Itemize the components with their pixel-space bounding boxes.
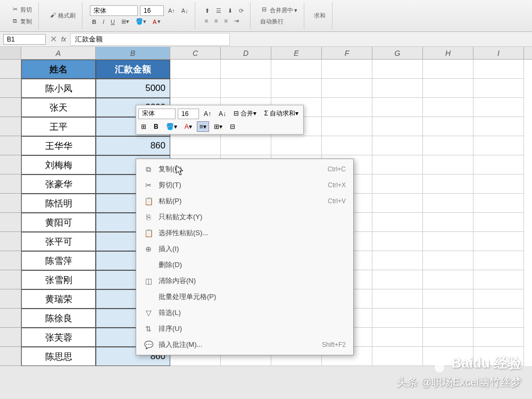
align-bottom-button[interactable]: ⬇ (226, 6, 235, 15)
cell-name[interactable]: 王平 (21, 117, 96, 136)
mini-size-select[interactable] (178, 109, 199, 119)
cell-name[interactable]: 陈恬明 (21, 194, 96, 213)
cell-name[interactable]: 刘梅梅 (21, 155, 96, 174)
menu-delete[interactable]: 删除(D) (136, 257, 353, 273)
mini-align-button[interactable]: ≡▾ (197, 121, 209, 132)
menu-paste[interactable]: 📋 粘贴(P) Ctrl+V (136, 193, 353, 209)
mini-fontcolor-button[interactable]: A▾ (182, 121, 195, 132)
menu-batch[interactable]: 批量处理单元格(P) (136, 289, 353, 305)
sort-icon: ⇅ (144, 324, 153, 334)
cell-amount[interactable]: 5000 (96, 79, 170, 98)
row-header[interactable] (0, 251, 21, 270)
row-header[interactable] (0, 328, 21, 347)
cancel-icon[interactable]: ✕ (50, 34, 57, 44)
ribbon-toolbar: ✂剪切 ⧉复制 🖌格式刷 A↑ A↓ B I U ⊞▾ 🪣▾ A▾ ⬆ ☰ ⬇ … (0, 0, 532, 32)
cell-name[interactable]: 黄瑞荣 (21, 289, 96, 309)
menu-paste-special[interactable]: 📋 选择性粘贴(S)... (136, 225, 353, 241)
mini-font-select[interactable] (138, 109, 176, 119)
col-header-d[interactable]: D (221, 47, 271, 59)
copy-button[interactable]: ⧉复制 (9, 16, 34, 27)
row-header[interactable] (0, 79, 21, 98)
menu-clear[interactable]: ◫ 清除内容(N) (136, 273, 353, 289)
increase-font-button[interactable]: A↑ (166, 6, 177, 15)
col-header-g[interactable]: G (372, 47, 423, 59)
orientation-button[interactable]: ⟳ (237, 6, 246, 15)
border-button[interactable]: ⊞▾ (119, 17, 131, 26)
row-header[interactable] (0, 270, 21, 289)
format-painter-button[interactable]: 🖌格式刷 (46, 11, 78, 21)
align-top-button[interactable]: ⬆ (203, 6, 212, 15)
menu-insert[interactable]: ⊕ 插入(I) (136, 241, 353, 257)
wrap-text-button[interactable]: 自动换行 (258, 16, 300, 27)
decrease-font-button[interactable]: A↓ (179, 6, 190, 15)
select-all-corner[interactable] (0, 47, 21, 59)
row-header[interactable] (0, 155, 21, 174)
font-name-select[interactable] (90, 5, 138, 16)
name-box[interactable] (3, 34, 46, 45)
mini-fill-button[interactable]: 🪣▾ (163, 121, 180, 132)
bold-button[interactable]: B (90, 18, 98, 26)
row-header[interactable] (0, 347, 21, 366)
col-header-f[interactable]: F (322, 47, 372, 59)
row-header[interactable] (0, 117, 21, 136)
fill-color-button[interactable]: 🪣▾ (134, 17, 148, 26)
mini-bold-button[interactable]: B (151, 121, 161, 132)
align-middle-button[interactable]: ☰ (214, 6, 223, 15)
mini-decrease-font[interactable]: A↓ (216, 109, 229, 119)
menu-copy[interactable]: ⧉ 复制(C) Ctrl+C (136, 161, 353, 177)
menu-sort[interactable]: ⇅ 排序(U) (136, 321, 353, 337)
mini-format-button[interactable]: ⊞ (138, 121, 149, 132)
menu-filter[interactable]: ▽ 筛选(L) (136, 305, 353, 321)
header-name[interactable]: 姓名 (21, 60, 96, 79)
cell-name[interactable]: 张平可 (21, 232, 96, 251)
col-header-b[interactable]: B (96, 47, 170, 59)
mini-border-button[interactable]: ⊞▾ (211, 121, 225, 132)
row-header[interactable] (0, 213, 21, 232)
merge-center-button[interactable]: ⊟合并居中▾ (258, 5, 300, 15)
cell-name[interactable]: 张芙蓉 (21, 328, 96, 347)
col-header-e[interactable]: E (271, 47, 322, 59)
mini-merge-button[interactable]: ⊟ 合并▾ (231, 107, 259, 120)
col-header-c[interactable]: C (170, 47, 221, 59)
cell-name[interactable]: 张雪刚 (21, 270, 96, 289)
font-size-select[interactable] (140, 5, 164, 16)
cell-name[interactable]: 张天 (21, 98, 96, 117)
align-center-button[interactable]: ≡ (212, 16, 220, 25)
cell-amount[interactable]: 860 (96, 136, 170, 155)
mini-autosum-button[interactable]: Σ 自动求和▾ (261, 107, 301, 120)
cell-name[interactable]: 张豪华 (21, 174, 96, 194)
menu-cut[interactable]: ✂ 剪切(T) Ctrl+X (136, 177, 353, 193)
menu-paste-text[interactable]: ⎘ 只粘贴文本(Y) (136, 209, 353, 225)
col-header-h[interactable]: H (423, 47, 473, 59)
cell-name[interactable]: 黄阳可 (21, 213, 96, 232)
col-header-i[interactable]: I (473, 47, 524, 59)
row-header[interactable] (0, 194, 21, 213)
cell-name[interactable]: 陈徐良 (21, 309, 96, 328)
mini-increase-font[interactable]: A↑ (201, 109, 214, 119)
align-left-button[interactable]: ≡ (203, 16, 210, 25)
align-right-button[interactable]: ≡ (222, 16, 230, 25)
row-header[interactable] (0, 60, 21, 79)
mini-format-cells-button[interactable]: ⊟ (227, 121, 238, 132)
indent-button[interactable]: ⇥ (232, 16, 241, 26)
font-color-button[interactable]: A▾ (151, 17, 163, 26)
row-header[interactable] (0, 174, 21, 194)
row-header[interactable] (0, 289, 21, 309)
header-amount[interactable]: 汇款金额 (96, 60, 170, 79)
fx-icon[interactable]: fx (61, 36, 66, 43)
cell-name[interactable]: 陈思思 (21, 347, 96, 366)
menu-comment[interactable]: 💬 插入批注(M)... Shift+F2 (136, 337, 353, 353)
row-header[interactable] (0, 232, 21, 251)
italic-button[interactable]: I (101, 18, 106, 26)
cell-name[interactable]: 王华华 (21, 136, 96, 155)
formula-input[interactable]: 汇款金额 (70, 33, 230, 46)
col-header-a[interactable]: A (21, 47, 96, 59)
sum-button[interactable]: 求和 (312, 11, 328, 21)
row-header[interactable] (0, 98, 21, 117)
cut-button[interactable]: ✂剪切 (9, 5, 34, 15)
cell-name[interactable]: 陈小凤 (21, 79, 96, 98)
underline-button[interactable]: U (109, 18, 117, 26)
cell-name[interactable]: 陈雪萍 (21, 251, 96, 270)
row-header[interactable] (0, 309, 21, 328)
row-header[interactable] (0, 136, 21, 155)
